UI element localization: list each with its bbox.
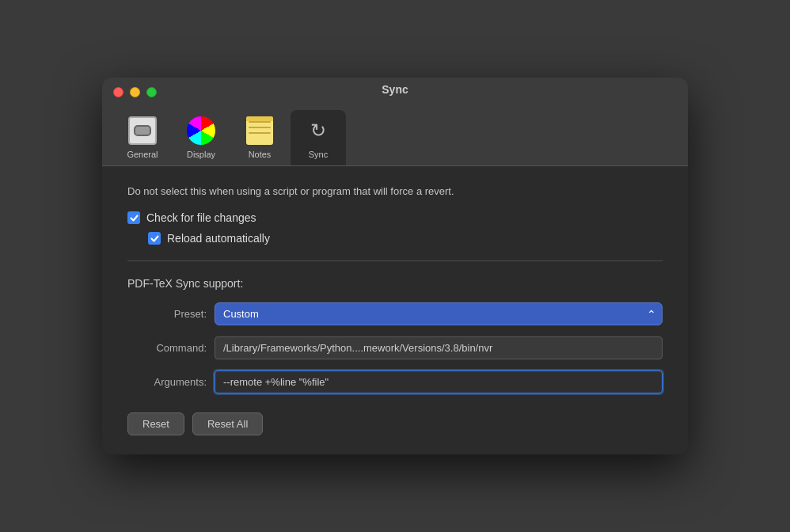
bottom-buttons: Reset Reset All	[127, 412, 663, 435]
minimize-button[interactable]	[130, 87, 140, 97]
general-icon	[127, 115, 158, 146]
reload-automatically-label: Reload automatically	[167, 232, 270, 245]
display-icon	[185, 115, 217, 146]
section-title: PDF-TeX Sync support:	[127, 277, 663, 290]
tab-general-label: General	[127, 150, 158, 159]
reload-automatically-checkbox[interactable]	[148, 232, 161, 245]
preset-select[interactable]: Custom Default	[215, 302, 663, 325]
preset-control: Custom Default ⌃	[215, 302, 663, 325]
tab-sync-label: Sync	[309, 150, 328, 159]
arguments-input[interactable]	[215, 370, 663, 393]
content-area: Do not select this when using a script o…	[102, 166, 688, 454]
preset-row: Preset: Custom Default ⌃	[127, 302, 663, 325]
section-divider	[127, 260, 663, 261]
tab-general[interactable]: General	[115, 110, 170, 165]
notes-icon	[244, 115, 275, 146]
reset-button[interactable]: Reset	[127, 412, 184, 435]
toolbar: General Display Notes ↻ Sync	[102, 104, 688, 166]
sync-icon: ↻	[302, 115, 334, 146]
command-label: Command:	[127, 342, 215, 354]
arguments-label: Arguments:	[127, 376, 215, 388]
command-input[interactable]	[215, 336, 663, 359]
close-button[interactable]	[113, 87, 123, 97]
main-window: Sync General Display Notes	[102, 78, 688, 454]
traffic-lights	[102, 78, 688, 97]
maximize-button[interactable]	[146, 87, 157, 97]
arguments-row: Arguments:	[127, 370, 663, 393]
command-control	[215, 336, 663, 359]
title-bar: Sync	[102, 78, 688, 104]
preset-select-wrapper: Custom Default ⌃	[215, 302, 663, 325]
tab-display-label: Display	[187, 150, 215, 159]
preset-label: Preset:	[127, 308, 215, 320]
tab-notes-label: Notes	[249, 150, 272, 159]
reset-all-button[interactable]: Reset All	[192, 412, 263, 435]
check-file-changes-row: Check for file changes	[127, 211, 663, 224]
reload-automatically-row: Reload automatically	[148, 232, 663, 245]
check-file-changes-label: Check for file changes	[146, 211, 256, 224]
tab-display[interactable]: Display	[173, 110, 229, 165]
command-row: Command:	[127, 336, 663, 359]
check-file-changes-checkbox[interactable]	[127, 211, 140, 224]
tab-notes[interactable]: Notes	[232, 110, 287, 165]
tab-sync[interactable]: ↻ Sync	[291, 110, 346, 165]
warning-text: Do not select this when using a script o…	[127, 185, 663, 197]
arguments-control	[215, 370, 663, 393]
